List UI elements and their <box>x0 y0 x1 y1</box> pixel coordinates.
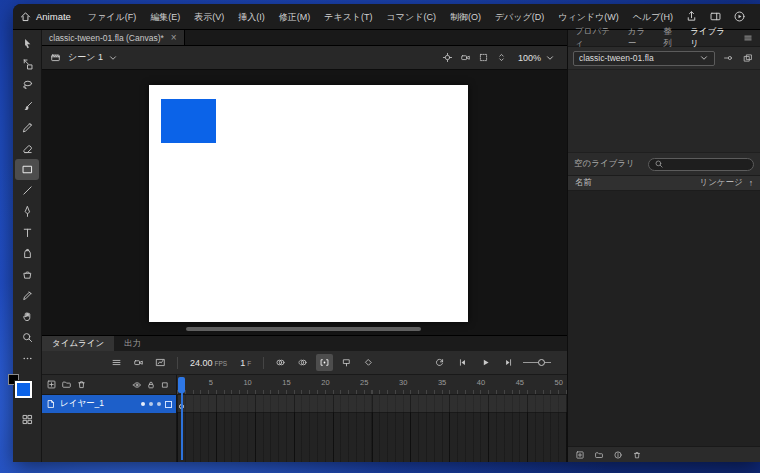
onion-skin-button[interactable] <box>272 354 289 371</box>
zoom-value: 100% <box>518 53 541 63</box>
pencil-tool[interactable] <box>15 117 39 138</box>
share-button[interactable] <box>680 7 704 27</box>
minimize-button[interactable] <box>752 5 760 29</box>
library-search-input[interactable] <box>667 160 748 169</box>
test-movie-button[interactable] <box>728 7 752 27</box>
menu-item[interactable]: 挿入(I) <box>231 4 272 30</box>
play-button[interactable] <box>477 354 494 371</box>
hand-tool[interactable] <box>15 306 39 327</box>
delete-layer-icon[interactable] <box>76 379 87 390</box>
more-tools-button[interactable] <box>15 348 39 369</box>
add-camera-button[interactable] <box>130 354 147 371</box>
brush-tool[interactable] <box>15 96 39 117</box>
ink-bottle-tool[interactable] <box>15 243 39 264</box>
zoom-tool[interactable] <box>15 327 39 348</box>
eyedropper-icon <box>21 289 34 302</box>
center-stage-icon[interactable] <box>442 52 453 63</box>
animate-window: Animate ファイル(F)編集(E)表示(V)挿入(I)修正(M)テキスト(… <box>13 4 760 462</box>
menu-item[interactable]: 修正(M) <box>272 4 318 30</box>
current-frame[interactable]: 1 F <box>240 358 251 368</box>
graph-icon <box>155 357 166 368</box>
create-tween-button[interactable] <box>360 354 377 371</box>
rectangle-tool[interactable] <box>15 159 39 180</box>
camera-icon[interactable] <box>460 52 471 63</box>
layer-name[interactable]: レイヤー_1 <box>60 398 137 410</box>
frame-rate[interactable]: 24.00 FPS <box>190 358 227 368</box>
menu-item[interactable]: コマンド(C) <box>380 4 443 30</box>
search-icon <box>654 159 664 169</box>
home-button[interactable] <box>19 7 32 27</box>
scene-breadcrumb[interactable]: シーン 1 <box>68 51 103 64</box>
document-tab[interactable]: classic-tween-01.fla (Canvas)* × <box>42 30 185 45</box>
lock-icon[interactable] <box>146 380 156 390</box>
layer-visibility-dot[interactable] <box>149 402 153 406</box>
new-folder-icon[interactable] <box>594 450 604 460</box>
column-name[interactable]: 名前 <box>575 177 699 189</box>
selection-tool[interactable] <box>15 33 39 54</box>
text-tool[interactable] <box>15 222 39 243</box>
properties-info-icon[interactable] <box>613 450 623 460</box>
onion-range-slider[interactable] <box>523 357 551 369</box>
frames-area[interactable] <box>177 395 567 462</box>
free-transform-tool[interactable] <box>15 54 39 75</box>
pin-library-button[interactable] <box>720 51 735 66</box>
outline-square-icon[interactable] <box>160 380 170 390</box>
edit-toolbar-button[interactable] <box>15 409 39 430</box>
menu-item[interactable]: 編集(E) <box>143 4 187 30</box>
menu-item[interactable]: 制御(O) <box>443 4 488 30</box>
paint-bucket-tool[interactable] <box>15 264 39 285</box>
playhead-line[interactable] <box>181 377 183 460</box>
timeline-ruler[interactable]: 5101520253035404550 <box>177 375 567 394</box>
library-search-box[interactable] <box>648 158 754 171</box>
tools-panel <box>13 30 42 462</box>
layers-view-button[interactable] <box>108 354 125 371</box>
menu-item[interactable]: 表示(V) <box>187 4 231 30</box>
step-back-button[interactable] <box>454 354 471 371</box>
stage-hscrollbar[interactable] <box>186 327 421 331</box>
zoom-stepper-icon[interactable] <box>496 52 507 63</box>
column-linkage[interactable]: リンケージ <box>699 177 742 189</box>
eraser-tool[interactable] <box>15 138 39 159</box>
panel-menu-button[interactable] <box>743 33 753 43</box>
ink-bottle-icon <box>21 247 34 260</box>
blue-rectangle-shape[interactable] <box>161 99 216 143</box>
loop-button[interactable] <box>431 354 448 371</box>
line-tool[interactable] <box>15 180 39 201</box>
stage-pasteboard[interactable] <box>42 70 567 335</box>
step-forward-button[interactable] <box>500 354 517 371</box>
menu-item[interactable]: デバッグ(D) <box>488 4 551 30</box>
sort-ascending-icon[interactable]: ↑ <box>749 178 753 188</box>
frame-view-button[interactable] <box>152 354 169 371</box>
slider-knob[interactable] <box>538 359 545 366</box>
chevron-down-icon[interactable] <box>108 53 118 63</box>
new-folder-icon[interactable] <box>61 379 72 390</box>
layer-outline-color[interactable] <box>165 401 172 408</box>
fill-color-swatch[interactable] <box>15 381 32 398</box>
new-library-panel-button[interactable] <box>740 51 755 66</box>
stage-canvas[interactable] <box>149 85 468 322</box>
tab-output[interactable]: 出力 <box>114 336 151 351</box>
layer-lock-dot[interactable] <box>157 402 161 406</box>
delete-trash-icon[interactable] <box>632 450 642 460</box>
pen-tool[interactable] <box>15 201 39 222</box>
edit-multiple-frames-button[interactable] <box>316 354 333 371</box>
eyedropper-tool[interactable] <box>15 285 39 306</box>
workspace-button[interactable] <box>704 7 728 27</box>
onion-outline-button[interactable] <box>294 354 311 371</box>
modify-markers-button[interactable] <box>338 354 355 371</box>
layer-frames-row[interactable] <box>177 395 567 413</box>
new-symbol-icon[interactable] <box>575 450 585 460</box>
clip-bounds-icon[interactable] <box>478 52 489 63</box>
library-document-select[interactable]: classic-tween-01.fla <box>573 51 715 66</box>
tab-close-icon[interactable]: × <box>171 33 177 43</box>
menu-item[interactable]: テキスト(T) <box>317 4 379 30</box>
show-hide-eye-icon[interactable] <box>132 380 142 390</box>
layer-row[interactable]: レイヤー_1 <box>42 395 176 413</box>
lasso-tool[interactable] <box>15 75 39 96</box>
tab-timeline[interactable]: タイムライン <box>42 336 114 351</box>
menu-item[interactable]: ファイル(F) <box>81 4 143 30</box>
library-item-list[interactable] <box>568 191 760 446</box>
add-layer-icon[interactable] <box>46 379 57 390</box>
zoom-select[interactable]: 100% <box>514 52 559 64</box>
panels-icon <box>743 53 753 63</box>
